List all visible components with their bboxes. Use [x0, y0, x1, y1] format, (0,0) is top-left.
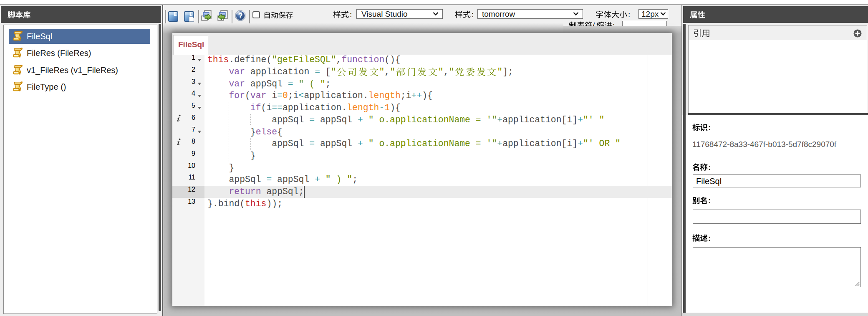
svg-text:?: ? — [238, 12, 243, 20]
